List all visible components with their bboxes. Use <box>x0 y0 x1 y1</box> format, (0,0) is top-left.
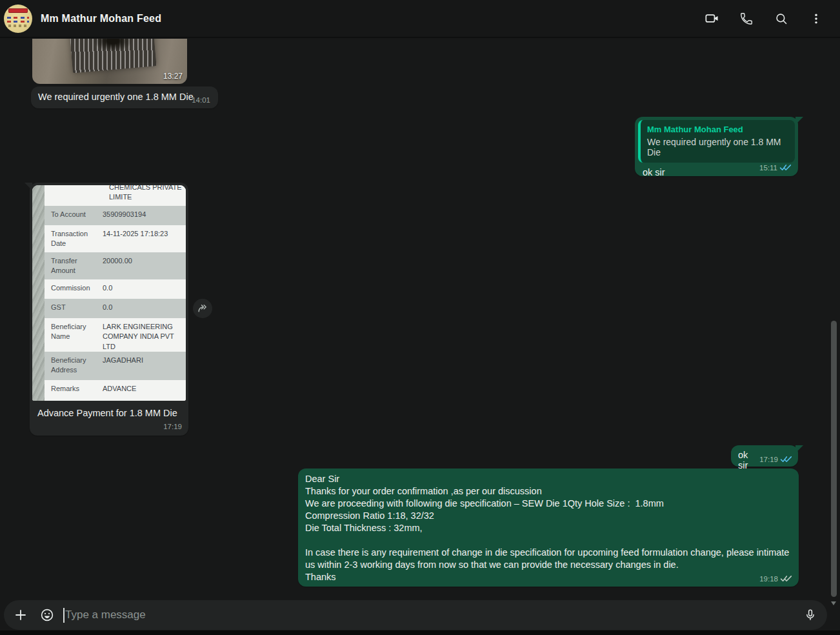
receipt-photo-background <box>32 185 45 401</box>
attach-button[interactable] <box>12 607 29 623</box>
chat-header: Mm Mathur Mohan Feed <box>0 0 840 38</box>
delivered-double-check-icon <box>780 574 792 583</box>
incoming-receipt-image-message[interactable]: CHEMICALS PRIVATE LIMITE To Account 3590… <box>30 183 188 436</box>
message-timestamp: 14:01 <box>192 96 210 104</box>
plus-icon <box>13 607 28 623</box>
incoming-photo-message[interactable]: 13:27 <box>32 39 187 84</box>
search-icon <box>774 12 788 26</box>
message-text-line: Compression Ratio 1:18, 32/32 <box>305 510 792 522</box>
message-text-line: Dear Sir <box>305 473 792 485</box>
message-timestamp: 19:18 <box>759 575 778 583</box>
voice-call-icon <box>739 12 754 26</box>
outgoing-text-message[interactable]: ok sir 17:19 <box>731 445 798 467</box>
message-text-line: Thanks for your order confirmation ,as p… <box>305 485 792 498</box>
emoji-button[interactable] <box>39 607 55 623</box>
voice-call-button[interactable] <box>738 10 755 27</box>
video-call-icon <box>704 10 720 26</box>
receipt-row: GST 0.0 <box>45 299 186 318</box>
contact-name[interactable]: Mm Mathur Mohan Feed <box>41 13 161 25</box>
avatar-decoration <box>8 25 28 27</box>
message-caption: Advance Payment for 1.8 MM Die <box>37 408 177 418</box>
avatar-logo-banner <box>8 8 27 13</box>
window-bottom-edge <box>0 630 840 635</box>
search-button[interactable] <box>773 10 790 27</box>
voice-record-button[interactable] <box>802 607 819 623</box>
message-composer <box>4 600 827 630</box>
header-actions <box>703 10 831 27</box>
receipt-image[interactable]: CHEMICALS PRIVATE LIMITE To Account 3590… <box>32 185 186 401</box>
message-text-line: Die Total Thickness : 32mm, <box>305 522 792 534</box>
receipt-table: CHEMICALS PRIVATE LIMITE To Account 3590… <box>45 185 186 401</box>
read-double-check-icon <box>780 455 792 463</box>
outgoing-reply-message[interactable]: Mm Mathur Mohan Feed We required urgentl… <box>635 117 798 176</box>
forward-message-button[interactable] <box>193 299 212 318</box>
forward-arrow-icon <box>196 302 209 315</box>
quoted-text: We required urgently one 1.8 MM Die <box>647 137 788 157</box>
scrollbar-down-arrow[interactable] <box>831 601 836 605</box>
message-list: 13:27 We required urgently one 1.8 MM Di… <box>0 39 840 599</box>
message-text-line: In case there is any requirement of chan… <box>305 547 792 571</box>
receipt-row: Remarks ADVANCE <box>45 380 186 401</box>
message-timestamp: 13:27 <box>163 72 183 81</box>
message-timestamp: 15:11 <box>759 164 777 172</box>
avatar-decoration <box>7 21 28 23</box>
message-text: We required urgently one 1.8 MM Die <box>38 92 194 102</box>
message-timestamp: 17:19 <box>163 423 182 430</box>
whatsapp-chat-window: Mm Mathur Mohan Feed <box>0 0 840 635</box>
receipt-row: Beneficiary Address JAGADHARI <box>45 352 186 380</box>
message-timestamp: 17:19 <box>759 456 778 463</box>
bubble-tail <box>795 117 803 125</box>
receipt-row: Transfer Amount 20000.00 <box>45 252 186 279</box>
microphone-icon <box>803 608 817 622</box>
receipt-row: Beneficiary Name LARK ENGINEERING COMPAN… <box>45 318 186 352</box>
text-cursor <box>63 608 65 623</box>
avatar-decoration <box>7 17 28 19</box>
quoted-message[interactable]: Mm Mathur Mohan Feed We required urgentl… <box>638 120 795 163</box>
outgoing-spec-message[interactable]: Dear Sir Thanks for your order confirmat… <box>298 469 799 587</box>
message-text-line <box>305 534 792 547</box>
contact-avatar[interactable] <box>4 5 32 33</box>
receipt-row: Transaction Date 14-11-2025 17:18:23 <box>45 225 186 252</box>
receipt-partial-header: CHEMICALS PRIVATE LIMITE <box>45 185 186 206</box>
incoming-text-message[interactable]: We required urgently one 1.8 MM Die 14:0… <box>31 86 218 108</box>
video-call-button[interactable] <box>703 10 720 27</box>
message-text-line: Thanks <box>305 571 792 583</box>
receipt-row: Commission 0.0 <box>45 279 186 299</box>
message-text-line: We are proceeding with following die spe… <box>305 498 792 510</box>
read-double-check-icon <box>779 163 792 172</box>
bubble-tail <box>795 445 803 453</box>
kebab-menu-icon <box>809 12 823 26</box>
emoji-smiley-icon <box>39 607 55 623</box>
receipt-row: To Account 35909903194 <box>45 206 186 225</box>
bubble-tail <box>25 183 32 190</box>
quoted-sender-name: Mm Mathur Mohan Feed <box>647 125 788 134</box>
scrollbar[interactable] <box>831 321 837 597</box>
menu-button[interactable] <box>808 10 825 27</box>
message-input[interactable] <box>65 609 802 621</box>
message-text: ok sir <box>738 450 754 463</box>
